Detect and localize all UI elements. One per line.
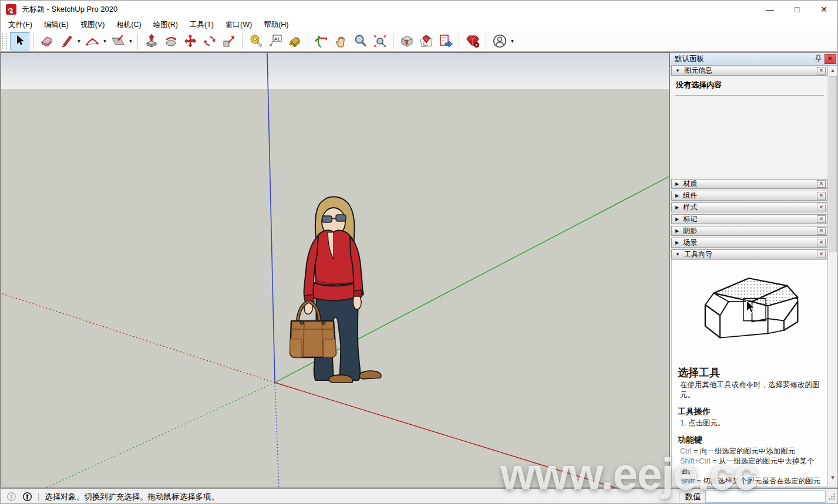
rotate-tool-button[interactable] [200, 32, 219, 50]
resize-grip[interactable] [828, 493, 836, 500]
menu-tools[interactable]: 工具(T) [184, 18, 220, 32]
section-label: 工具向导 [684, 249, 712, 259]
expand-arrow-icon: ▶ [675, 193, 679, 198]
move-icon [183, 33, 198, 49]
tape-measure-tool-button[interactable] [246, 32, 265, 50]
scrollbar-thumb[interactable] [829, 76, 837, 252]
pin-icon[interactable] [813, 55, 823, 63]
measurements-separator [679, 492, 679, 501]
pencil-icon [59, 33, 74, 49]
get-models-button[interactable] [397, 32, 416, 50]
menu-view[interactable]: 视图(V) [75, 18, 111, 32]
scroll-up-arrow[interactable]: ▲ [828, 66, 837, 76]
section-close-button[interactable]: ✕ [817, 67, 826, 75]
menu-help[interactable]: 帮助(H) [258, 18, 294, 32]
sign-in-button[interactable] [490, 32, 509, 50]
toolbar-separator [459, 33, 459, 49]
geolocation-status-icon[interactable] [6, 492, 16, 502]
pan-tool-button[interactable] [331, 32, 351, 50]
measurements-input[interactable] [705, 491, 826, 503]
section-label: 标记 [683, 214, 697, 224]
section-close-button[interactable]: ✕ [817, 180, 826, 188]
arc-tool-button[interactable] [82, 32, 102, 50]
section-close-button[interactable]: ✕ [817, 239, 826, 246]
move-tool-button[interactable] [180, 32, 200, 50]
close-button[interactable]: ✕ [810, 1, 837, 18]
minimize-button[interactable]: — [756, 1, 783, 18]
section-close-button[interactable]: ✕ [817, 215, 826, 223]
share-model-button[interactable] [416, 32, 436, 50]
entity-info-message: 没有选择内容 [676, 80, 823, 90]
paint-bucket-tool-button[interactable] [285, 32, 304, 50]
section-close-button[interactable]: ✕ [817, 192, 826, 199]
text-icon: A1 [268, 33, 283, 49]
section-close-button[interactable]: ✕ [817, 227, 826, 235]
zoom-icon [353, 33, 368, 49]
section-shadows[interactable]: ▶ 阴影 ✕ [671, 226, 827, 236]
section-label: 材质 [683, 179, 697, 189]
section-materials[interactable]: ▶ 材质 ✕ [671, 179, 827, 189]
scale-icon [221, 33, 237, 49]
sign-in-dropdown[interactable]: ▼ [509, 32, 516, 50]
section-instructor[interactable]: ▼ 工具向导 ✕ [671, 249, 827, 259]
menu-window[interactable]: 窗口(W) [220, 18, 258, 32]
line-tool-button[interactable] [56, 32, 76, 50]
instructor-content: 选择工具 在使用其他工具或命令时，选择要修改的图元。 工具操作 1. 点击图元。… [671, 259, 827, 486]
section-close-button[interactable]: ✕ [817, 204, 826, 211]
menu-edit[interactable]: 编辑(E) [38, 18, 75, 32]
menu-file[interactable]: 文件(F) [2, 18, 38, 32]
push-pull-icon [144, 33, 159, 49]
arc-tool-dropdown[interactable]: ▼ [102, 32, 108, 50]
scale-tool-button[interactable] [219, 32, 238, 50]
instructor-intro: 在使用其他工具或命令时，选择要修改的图元。 [680, 380, 821, 400]
toolbar-separator [33, 33, 33, 49]
collapse-arrow-icon: ▼ [675, 68, 680, 73]
text-tool-button[interactable]: A1 [265, 32, 285, 50]
tray-title-bar[interactable]: 默认面板 ✕ [670, 53, 838, 66]
follow-me-tool-button[interactable] [161, 32, 180, 50]
menu-draw[interactable]: 绘图(R) [147, 18, 184, 32]
section-tags[interactable]: ▶ 标记 ✕ [671, 214, 827, 224]
tray-close-button[interactable]: ✕ [824, 54, 836, 64]
push-pull-tool-button[interactable] [142, 32, 161, 50]
rectangle-tool-dropdown[interactable]: ▼ [127, 32, 134, 50]
instructor-operation-heading: 工具操作 [678, 407, 821, 417]
section-components[interactable]: ▶ 组件 ✕ [671, 191, 827, 201]
extension-warehouse-button[interactable] [463, 32, 482, 50]
instructor-modifier-heading: 功能键 [678, 435, 821, 445]
eraser-tool-button[interactable] [37, 32, 56, 50]
rectangle-tool-button[interactable] [108, 32, 127, 50]
select-tool-button[interactable] [10, 32, 29, 50]
status-bar: 选择对象。切换到扩充选择。拖动鼠标选择多项。 数值 [1, 488, 837, 504]
extension-warehouse-icon [465, 33, 480, 49]
tray-sections: ▼ 图元信息 ✕ 没有选择内容 ▶ 材质 ✕ ▶ 组件 ✕ ▶ 样式 ✕ [671, 66, 827, 486]
rectangle-icon [110, 33, 126, 49]
zoom-extents-tool-button[interactable] [370, 32, 389, 50]
section-scenes[interactable]: ▶ 场景 ✕ [671, 238, 827, 248]
section-entity-info[interactable]: ▼ 图元信息 ✕ [671, 66, 827, 76]
expand-arrow-icon: ▶ [675, 240, 679, 245]
zoom-tool-button[interactable] [351, 32, 370, 50]
instructor-operation-step: 1. 点击图元。 [680, 418, 821, 428]
line-tool-dropdown[interactable]: ▼ [76, 32, 82, 50]
user-avatar-icon [492, 33, 507, 49]
credits-status-icon[interactable] [22, 492, 32, 502]
menu-camera[interactable]: 相机(C) [110, 18, 147, 32]
get-models-icon [399, 33, 415, 49]
toolbar-gripper[interactable] [2, 33, 7, 49]
rotate-icon [202, 33, 217, 49]
tray-title: 默认面板 [675, 54, 704, 64]
section-styles[interactable]: ▶ 样式 ✕ [671, 202, 827, 212]
section-label: 样式 [683, 202, 697, 212]
orbit-tool-button[interactable] [312, 32, 331, 50]
tray-scrollbar[interactable]: ▲ ▼ [827, 66, 837, 486]
maximize-button[interactable]: □ [783, 1, 810, 18]
scroll-down-arrow[interactable]: ▼ [828, 473, 837, 483]
share-component-button[interactable] [436, 32, 455, 50]
section-close-button[interactable]: ✕ [817, 251, 826, 258]
svg-text:A1: A1 [274, 36, 280, 42]
sky [1, 53, 669, 89]
orbit-icon [314, 33, 329, 49]
expand-arrow-icon: ▶ [675, 217, 679, 222]
model-viewport[interactable] [1, 52, 669, 488]
